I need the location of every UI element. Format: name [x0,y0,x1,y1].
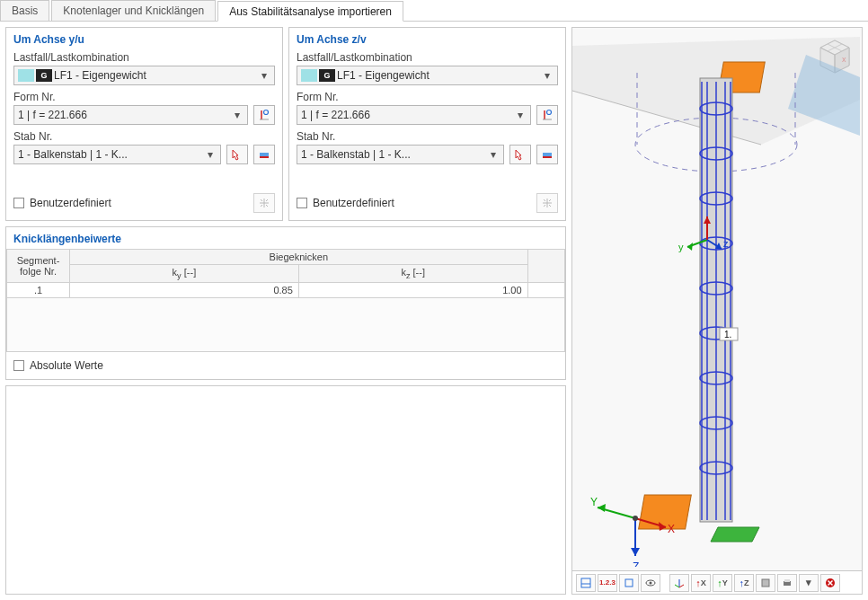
checkbox-icon [13,198,24,208]
member-value-zv: 1 - Balkenstab | 1 - K... [301,148,487,161]
dropdown-member-zv[interactable]: 1 - Balkenstab | 1 - K... ▾ [297,145,504,164]
col-seg-1: Segment- [17,255,60,266]
panel-title-yu: Um Achse y/u [13,33,275,46]
box-view-button[interactable] [756,574,775,592]
show-mode-button[interactable] [536,105,558,125]
absolute-values-check[interactable]: Absolute Werte [6,352,565,379]
loadcase-type-badge: G [319,69,335,82]
expand-button-yu[interactable] [253,193,275,213]
viewport-3d[interactable]: x [571,27,863,571]
member-value-yu: 1 - Balkenstab | 1 - K... [18,148,204,161]
svg-rect-54 [581,578,590,587]
show-mode-button[interactable] [253,105,275,125]
tab-import-stability[interactable]: Aus Stabilitätsanalyse importieren [217,1,403,22]
panel-axis-yu: Um Achse y/u Lastfall/Lastkombination G … [5,27,283,221]
toggle-view-button[interactable] [576,574,596,592]
dropdown-form-zv[interactable]: 1 | f = 221.666 ▾ [297,105,531,125]
axis-z-label: Z [633,560,639,567]
label-form-yu: Form Nr. [13,91,275,103]
loadcase-value-yu: LF1 - Eigengewicht [54,69,258,82]
label-member-yu: Stab Nr. [13,130,275,143]
cell-kz[interactable]: 1.00 [298,283,527,298]
panel-axis-zv: Um Achse z/v Lastfall/Lastkombination G … [288,27,566,221]
panel-title-zv: Um Achse z/v [297,33,558,46]
axis-iso-button[interactable] [669,574,689,592]
tab-basis[interactable]: Basis [0,0,49,21]
userdef-label-yu: Benutzerdefiniert [30,197,111,209]
svg-rect-61 [762,579,769,587]
label-member-zv: Stab Nr. [297,130,558,143]
checkbox-icon [297,198,307,208]
dropdown-loadcase-yu[interactable]: G LF1 - Eigengewicht ▾ [13,66,275,85]
chevron-down-icon: ▾ [258,69,270,82]
svg-point-3 [547,110,552,115]
label-form-zv: Form Nr. [297,91,558,103]
view-x-button[interactable]: ↑X [691,574,711,592]
dropdown-loadcase-zv[interactable]: G LF1 - Eigengewicht ▾ [297,66,558,85]
chevron-down-icon: ▾ [514,109,527,121]
checkbox-icon [13,360,24,371]
pick-member-button[interactable] [226,145,248,164]
expand-button-zv[interactable] [536,193,558,213]
loadcase-color-badge [301,69,317,82]
form-value-zv: 1 | f = 221.666 [301,109,514,121]
axis-y-label: Y [590,496,598,508]
pick-member-button[interactable] [509,145,531,164]
axis-x-label: X [668,523,675,535]
print-button[interactable] [777,574,797,592]
chevron-down-icon: ▾ [541,69,554,82]
close-view-button[interactable] [820,574,840,592]
svg-marker-21 [711,527,759,542]
col-kz: kz [--] [298,265,527,283]
chevron-down-icon: ▾ [231,109,244,121]
title-coefficients: Knicklängenbeiwerte [6,227,565,249]
svg-rect-1 [260,153,269,156]
member-info-button[interactable] [253,145,275,164]
eye-button[interactable] [641,574,660,592]
col-seg-2: folge Nr. [20,266,57,277]
abs-label: Absolute Werte [30,359,103,372]
member-info-button[interactable] [536,145,558,164]
userdef-label-zv: Benutzerdefiniert [313,197,394,209]
svg-text:z: z [723,238,729,249]
svg-point-53 [633,516,638,521]
label-loadcase-yu: Lastfall/Lastkombination [13,51,275,64]
dropdown-member-yu[interactable]: 1 - Balkenstab | 1 - K... ▾ [13,145,221,164]
cell-ky[interactable]: 0.85 [70,283,299,298]
chevron-down-icon: ▾ [487,148,500,161]
panel-coefficients: Knicklängenbeiwerte Segment-folge Nr. Bi… [5,226,566,380]
loadcase-value-zv: LF1 - Eigengewicht [337,69,541,82]
svg-point-0 [264,110,269,115]
viewport-toolbar: 1.2.3 ↑X ↑Y ↑Z ▾ [571,571,863,595]
svg-text:y: y [678,242,684,252]
loadcase-type-badge: G [36,69,52,82]
view-z-button[interactable]: ↑Z [734,574,754,592]
svg-rect-55 [625,579,633,587]
dropdown-form-yu[interactable]: 1 | f = 221.666 ▾ [13,105,248,125]
svg-marker-38 [687,243,693,251]
svg-rect-20 [639,495,692,529]
svg-rect-2 [260,156,269,158]
numbers-button[interactable]: 1.2.3 [598,574,617,592]
tab-nodal-supports[interactable]: Knotenlager und Knicklängen [51,0,216,21]
panel-blank [5,385,566,595]
view-y-button[interactable]: ↑Y [713,574,732,592]
label-loadcase-zv: Lastfall/Lastkombination [297,51,558,64]
userdef-check-zv[interactable]: Benutzerdefiniert [297,197,394,209]
svg-line-59 [675,585,679,587]
svg-rect-5 [543,156,552,158]
form-value-yu: 1 | f = 221.666 [18,109,231,121]
svg-marker-52 [631,548,640,556]
col-ky: ky [--] [70,265,299,283]
userdef-check-yu[interactable]: Benutzerdefiniert [13,197,111,209]
cell-seg: .1 [7,283,70,298]
table-coefficients[interactable]: Segment-folge Nr. Biegeknicken ky [--] k… [6,249,565,352]
loadcase-color-badge [18,69,34,82]
col-group-biegeknicken: Biegeknicken [70,250,528,265]
toolbar-more-button[interactable]: ▾ [799,574,819,592]
tab-bar: Basis Knotenlager und Knicklängen Aus St… [0,0,868,22]
svg-rect-63 [784,579,790,582]
annotations-button[interactable] [619,574,639,592]
table-row[interactable]: .1 0.85 1.00 [7,283,565,298]
svg-line-60 [679,585,684,587]
